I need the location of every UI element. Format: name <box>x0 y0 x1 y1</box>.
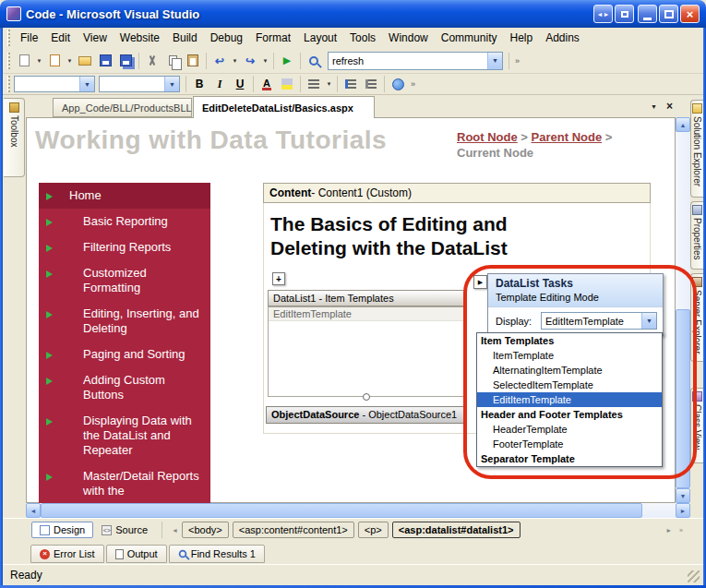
open-file-button[interactable] <box>75 51 95 71</box>
italic-button[interactable]: I <box>209 76 230 93</box>
toolbar-overflow-button[interactable]: » <box>512 51 522 71</box>
find-combo[interactable]: refresh ▼ <box>328 52 503 70</box>
titlebar[interactable]: Code - Microsoft Visual Studio ◄► × <box>0 0 706 28</box>
menu-layout[interactable]: Layout <box>297 29 343 47</box>
dropdown-item-alternatingitemtemplate[interactable]: AlternatingItemTemplate <box>477 363 662 378</box>
menu-tools[interactable]: Tools <box>343 29 382 47</box>
add-item-dropdown[interactable]: ▼ <box>65 51 75 71</box>
close-button[interactable]: × <box>680 5 700 23</box>
minimize-button[interactable] <box>638 5 657 23</box>
dropdown-item-footertemplate[interactable]: FooterTemplate <box>477 437 662 451</box>
font-color-button[interactable]: A <box>257 76 277 93</box>
nav-item-basic-reporting[interactable]: Basic Reporting <box>39 209 210 234</box>
move-handle[interactable]: + <box>272 272 285 285</box>
menu-view[interactable]: View <box>77 29 114 47</box>
class-view-tab[interactable]: Class View <box>690 388 703 463</box>
undo-dropdown[interactable]: ▼ <box>230 51 240 71</box>
nav-item-customized-formatting[interactable]: Customized Formatting <box>39 260 210 301</box>
tag-p[interactable]: <p> <box>358 522 389 538</box>
menu-window[interactable]: Window <box>382 29 435 47</box>
undo-button[interactable]: ↩ <box>209 51 230 71</box>
solution-explorer-tab[interactable]: Solution Explorer <box>690 100 703 198</box>
menu-debug[interactable]: Debug <box>204 29 249 47</box>
find-combo-value[interactable]: refresh <box>329 55 487 66</box>
dropdown-item-selecteditemtemplate[interactable]: SelectedItemTemplate <box>477 378 662 392</box>
menu-addins[interactable]: Addins <box>539 29 586 47</box>
scroll-right-button[interactable]: ► <box>676 503 690 518</box>
find-results-tab[interactable]: Find Results 1 <box>169 545 265 563</box>
tag-body[interactable]: <body> <box>182 522 229 538</box>
bold-button[interactable]: B <box>189 76 209 93</box>
doc-list-dropdown-button[interactable]: ▼ <box>647 100 661 114</box>
display-combo-value[interactable]: EditItemTemplate <box>542 316 641 327</box>
tag-nav-left-button[interactable]: ◄ <box>168 525 182 535</box>
breadcrumb-parent-link[interactable]: Parent Node <box>532 130 603 144</box>
nav-item-home[interactable]: Home <box>39 183 210 209</box>
menubar-grip[interactable] <box>7 30 10 46</box>
menu-help[interactable]: Help <box>503 29 539 47</box>
start-debug-button[interactable]: ▶ <box>277 51 297 71</box>
properties-tab[interactable]: Properties <box>690 201 703 270</box>
smart-tag-button[interactable]: ▶ <box>473 275 487 289</box>
resize-grip[interactable] <box>688 570 700 582</box>
doc-tab-basics-aspx[interactable]: EditDeleteDataList/Basics.aspx <box>193 96 375 118</box>
find-button[interactable] <box>304 51 324 71</box>
doc-tab-productsbll[interactable]: App_Code/BLL/ProductsBLL <box>53 98 192 117</box>
dropdown-item-edititemtemplate[interactable]: EditItemTemplate <box>477 392 662 407</box>
tag-nav-overflow-button[interactable]: » <box>676 525 687 535</box>
menu-file[interactable]: File <box>14 29 44 47</box>
datalist-header[interactable]: DataList1 - Item Templates <box>268 290 466 306</box>
source-view-button[interactable]: <> Source <box>93 522 156 538</box>
hyperlink-button[interactable] <box>388 76 408 93</box>
nav-item-displaying-data[interactable]: Displaying Data with the DataList and Re… <box>39 408 210 463</box>
restore-button[interactable] <box>659 5 678 23</box>
redo-dropdown[interactable]: ▼ <box>260 51 270 71</box>
horizontal-scrollbar-thumb[interactable] <box>41 503 642 518</box>
target-style-combo[interactable]: ▼ <box>14 76 95 92</box>
toolbar-grip[interactable] <box>7 76 10 92</box>
scroll-up-button[interactable]: ▲ <box>676 117 690 132</box>
display-combo-dropdown[interactable]: ▼ <box>641 313 656 329</box>
nav-item-filtering-reports[interactable]: Filtering Reports <box>39 234 210 260</box>
vertical-scrollbar-thumb[interactable] <box>676 309 690 488</box>
tag-asp-content[interactable]: <asp:content#content1> <box>233 522 354 538</box>
tag-asp-datalist[interactable]: <asp:datalist#datalist1> <box>392 522 521 538</box>
align-button[interactable] <box>304 76 324 93</box>
design-view-button[interactable]: Design <box>31 522 93 538</box>
numbered-list-button[interactable] <box>361 76 381 93</box>
new-file-button[interactable] <box>14 51 34 71</box>
save-button[interactable] <box>95 51 115 71</box>
titlebar-extra-button-1[interactable]: ◄► <box>593 5 613 23</box>
nav-item-paging-sorting[interactable]: Paging and Sorting <box>39 342 210 367</box>
toolbar-grip[interactable] <box>7 53 10 69</box>
nav-item-adding-custom-buttons[interactable]: Adding Custom Buttons <box>39 367 210 408</box>
add-item-button[interactable] <box>44 51 65 71</box>
redo-button[interactable]: ↪ <box>240 51 260 71</box>
objectdatasource-control[interactable]: ObjectDataSource - ObjectDataSource1 <box>266 406 467 424</box>
menu-edit[interactable]: Edit <box>44 29 77 47</box>
nav-item-master-detail[interactable]: Master/Detail Reports with the <box>39 463 210 504</box>
error-list-tab[interactable]: × Error List <box>30 545 104 563</box>
menu-community[interactable]: Community <box>435 29 504 47</box>
underline-button[interactable]: U <box>230 76 250 93</box>
scroll-down-button[interactable]: ▼ <box>676 488 690 503</box>
dropdown-item-itemtemplate[interactable]: ItemTemplate <box>477 348 662 363</box>
style-combo-dropdown[interactable]: ▼ <box>79 77 94 91</box>
display-combo[interactable]: EditItemTemplate ▼ <box>541 312 657 330</box>
font-name-combo[interactable]: ▼ <box>99 76 180 92</box>
toolbox-tab[interactable]: Toolbox <box>4 98 25 177</box>
menu-format[interactable]: Format <box>249 29 297 47</box>
titlebar-extra-button-2[interactable] <box>615 5 634 23</box>
paste-button[interactable] <box>183 51 203 71</box>
close-document-button[interactable]: × <box>663 99 676 113</box>
save-all-button[interactable] <box>115 51 136 71</box>
copy-button[interactable] <box>162 51 183 71</box>
output-tab[interactable]: Output <box>106 545 167 563</box>
align-dropdown[interactable]: ▼ <box>324 76 334 93</box>
toolbar-overflow-button[interactable]: » <box>408 76 418 93</box>
breadcrumb-root-link[interactable]: Root Node <box>457 130 518 144</box>
nav-item-editing-inserting-deleting[interactable]: Editing, Inserting, and Deleting <box>39 301 210 342</box>
find-combo-dropdown[interactable]: ▼ <box>487 53 502 69</box>
menu-build[interactable]: Build <box>166 29 204 47</box>
bullet-list-button[interactable] <box>341 76 361 93</box>
